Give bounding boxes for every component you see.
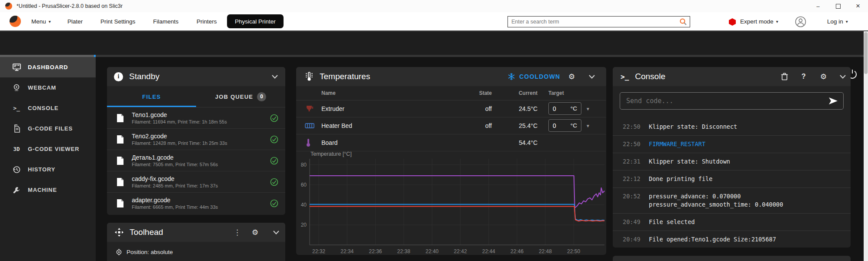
chevron-down-icon[interactable] xyxy=(588,74,595,79)
console-entry-line: pressure_advance: 0.070000 xyxy=(649,193,741,200)
help-icon[interactable]: ? xyxy=(801,73,806,80)
file-row[interactable]: Тело2.gcodeFilament: 12428 mm, Print Tim… xyxy=(107,129,285,150)
toolhead-title: Toolhead xyxy=(130,228,163,237)
sidebar-item-webcam[interactable]: WEBCAM xyxy=(0,77,96,98)
target-temp-input[interactable] xyxy=(549,122,568,130)
tab-printers[interactable]: Printers xyxy=(197,12,217,30)
expert-mode-dropdown[interactable]: Expert mode▾ xyxy=(740,12,778,30)
menubar: Menu▾ Plater Print Settings Filaments Pr… xyxy=(0,12,868,31)
heater-name: Extruder xyxy=(321,100,344,117)
sidebar-item-label: DASHBOARD xyxy=(28,64,68,70)
file-row[interactable]: Тело1.gcodeFilament: 11694 mm, Print Tim… xyxy=(107,107,285,129)
sensor-name: Board xyxy=(321,134,337,151)
sidebar-item-label: MACHINE xyxy=(28,187,57,193)
heater-name: Heater Bed xyxy=(321,117,352,134)
file-row[interactable]: caddy-fix.gcodeFilament: 2485 mm, Print … xyxy=(107,171,285,193)
chevron-down-icon[interactable] xyxy=(273,230,280,235)
unit-label: °C xyxy=(571,105,581,112)
svg-text:22:32: 22:32 xyxy=(312,248,325,254)
sidebar-item-label: HISTORY xyxy=(28,166,55,173)
console-entry: 20:52pressure_advance: 0.070000pressure_… xyxy=(613,188,851,214)
console-command-input[interactable] xyxy=(620,97,828,105)
sidebar-item-history[interactable]: HISTORY xyxy=(0,159,96,180)
caret-down-icon: ▾ xyxy=(846,19,848,24)
sidebar-item-gcode-files[interactable]: G-CODE FILES xyxy=(0,118,96,139)
file-name: caddy-fix.gcode xyxy=(132,175,218,183)
horizontal-scrollbar-track[interactable] xyxy=(0,55,868,57)
minimize-button[interactable]: – xyxy=(808,0,828,12)
gear-icon[interactable]: ⚙ xyxy=(820,72,827,81)
prusaslicer-logo xyxy=(10,16,21,27)
3d-viewer-icon: 3D xyxy=(12,146,21,152)
vertical-scrollbar-thumb[interactable] xyxy=(864,32,868,74)
target-temp-input[interactable] xyxy=(549,105,568,113)
chevron-down-icon[interactable] xyxy=(839,74,846,79)
file-meta: Filament: 7505 mm, Print Time: 57m 56s xyxy=(132,162,218,167)
trash-icon[interactable] xyxy=(781,73,788,80)
sidebar-item-dashboard[interactable]: DASHBOARD xyxy=(0,57,96,77)
file-row[interactable]: adapter.gcodeFilament: 6665 mm, Print Ti… xyxy=(107,193,285,214)
gcode-file-icon xyxy=(117,177,124,187)
svg-text:22:40: 22:40 xyxy=(425,248,438,254)
file-meta: Filament: 12428 mm, Print Time: 1h 25m 3… xyxy=(132,141,227,146)
gear-icon[interactable]: ⚙ xyxy=(252,228,258,237)
webcam-icon xyxy=(12,84,21,92)
board-thermometer-icon xyxy=(306,134,311,151)
console-entry-time: 22:50 xyxy=(623,123,649,131)
sidebar-item-label: G-CODE FILES xyxy=(28,125,73,132)
console-title: Console xyxy=(635,72,665,81)
position-mode-row: Position: absolute xyxy=(116,249,285,255)
terminal-icon: >_ xyxy=(621,73,629,81)
close-button[interactable]: × xyxy=(848,0,868,12)
console-panel-header: >_ Console ? ⚙ xyxy=(613,67,851,86)
temp-table-header: Name State Current Target xyxy=(296,86,606,100)
console-panel: >_ Console ? ⚙ 22:50Klipper state: Disco… xyxy=(613,67,851,248)
search-input[interactable] xyxy=(508,19,679,25)
search-icon[interactable] xyxy=(679,18,687,26)
cooldown-button[interactable]: COOLDOWN xyxy=(508,73,560,80)
svg-text:22:46: 22:46 xyxy=(511,248,524,254)
send-icon[interactable] xyxy=(828,97,838,105)
sidebar-nav: DASHBOARD WEBCAM >_ CONSOLE G-CODE FILES… xyxy=(0,57,96,261)
console-entry-text: pressure_advance: 0.070000pressure_advan… xyxy=(649,192,783,209)
tab-plater[interactable]: Plater xyxy=(67,12,83,30)
svg-text:22:44: 22:44 xyxy=(482,248,495,254)
file-list: Тело1.gcodeFilament: 11694 mm, Print Tim… xyxy=(107,107,285,214)
target-preset-dropdown-icon[interactable]: ▼ xyxy=(586,124,590,128)
menu-dropdown[interactable]: Menu▾ xyxy=(31,12,51,30)
console-entry: 20:49File selected xyxy=(613,214,851,231)
login-dropdown[interactable]: Log in▾ xyxy=(827,12,848,30)
tab-print-settings[interactable]: Print Settings xyxy=(100,12,135,30)
file-name: Тело2.gcode xyxy=(132,133,227,141)
check-circle-icon xyxy=(270,114,278,122)
heater-state: off xyxy=(461,100,492,117)
file-meta: Filament: 11694 mm, Print Time: 1h 18m 5… xyxy=(132,119,227,124)
move-axes-icon xyxy=(115,228,124,237)
gear-icon[interactable]: ⚙ xyxy=(568,72,575,81)
kebab-menu-icon[interactable]: ⋮ xyxy=(234,228,241,237)
file-row[interactable]: Деталь1.gcodeFilament: 7505 mm, Print Ti… xyxy=(107,150,285,171)
console-entry-text: Klipper state: Disconnect xyxy=(649,123,737,131)
console-entry: 22:50FIRMWARE_RESTART xyxy=(613,136,851,153)
printer-status-title: Standby xyxy=(129,72,160,81)
sensor-current: 54.4°C xyxy=(501,134,537,151)
col-name: Name xyxy=(321,86,336,100)
gcode-file-icon xyxy=(117,135,124,144)
tab-files[interactable]: FILES xyxy=(107,86,196,107)
tab-physical-printer-active[interactable]: Physical Printer xyxy=(227,14,284,28)
target-preset-dropdown-icon[interactable]: ▼ xyxy=(586,107,590,111)
sidebar-item-console[interactable]: >_ CONSOLE xyxy=(0,98,96,118)
console-log: 22:50Klipper state: Disconnect 22:50FIRM… xyxy=(613,118,851,248)
chevron-down-icon[interactable] xyxy=(271,74,278,79)
check-circle-icon xyxy=(270,135,278,144)
tab-job-queue[interactable]: JOB QUEUE0 xyxy=(196,86,285,107)
maximize-button[interactable] xyxy=(828,0,848,12)
files-icon xyxy=(12,124,21,133)
user-avatar-icon[interactable] xyxy=(795,16,806,27)
check-circle-icon xyxy=(270,178,278,186)
temp-row-board: Board 54.4°C xyxy=(296,134,606,151)
sidebar-item-machine[interactable]: MACHINE xyxy=(0,180,96,200)
tab-filaments[interactable]: Filaments xyxy=(153,12,179,30)
sidebar-item-gcode-viewer[interactable]: 3D G-CODE VIEWER xyxy=(0,139,96,159)
next-panel-peek xyxy=(613,256,851,261)
